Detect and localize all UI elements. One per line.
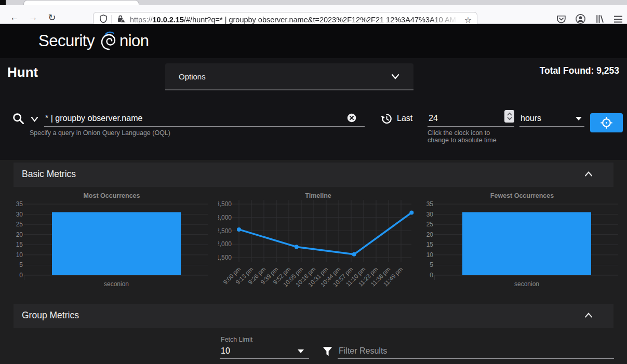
select-arrow-icon — [576, 117, 582, 120]
duration-spinner[interactable] — [504, 110, 514, 123]
search-icon — [12, 112, 25, 127]
urlbar-divider — [111, 15, 112, 24]
svg-text:2,000: 2,000 — [218, 240, 232, 248]
basic-metrics-header[interactable]: Basic Metrics — [14, 163, 613, 187]
duration-units-select[interactable]: hours — [519, 111, 584, 127]
svg-text:30: 30 — [426, 211, 434, 218]
filter-funnel-icon — [322, 345, 333, 359]
svg-text:15: 15 — [16, 241, 23, 248]
svg-text:20: 20 — [16, 231, 23, 238]
svg-text:Fewest Occurrences: Fewest Occurrences — [490, 192, 554, 199]
svg-text:seconion: seconion — [514, 280, 539, 288]
svg-text:10: 10 — [16, 251, 23, 259]
svg-text:Most Occurrences: Most Occurrences — [83, 192, 140, 199]
svg-text:3,500: 3,500 — [218, 200, 232, 208]
select-arrow-icon — [298, 349, 304, 353]
browser-tab[interactable] — [23, 0, 139, 5]
svg-text:3,000: 3,000 — [218, 214, 232, 221]
svg-text:25: 25 — [16, 221, 23, 228]
app-bar: Security nion — [0, 24, 627, 58]
crosshair-icon — [599, 116, 613, 130]
bookmark-star-icon[interactable]: ☆ — [464, 15, 472, 25]
last-label: Last — [397, 114, 412, 123]
svg-text:0: 0 — [19, 272, 23, 279]
svg-text:2,500: 2,500 — [218, 227, 232, 235]
most-occurrences-chart: Most Occurrences05101520253035seconion — [10, 190, 213, 291]
page-title: Hunt — [7, 64, 38, 80]
browser-tab-strip — [0, 0, 627, 5]
relative-time-history-icon[interactable] — [380, 112, 393, 127]
total-found-count: Total Found: 9,253 — [540, 65, 619, 76]
duration-value: 24 — [429, 114, 438, 123]
svg-text:5: 5 — [19, 261, 23, 268]
forward-icon: → — [27, 12, 39, 23]
brand-logo: Security nion — [38, 31, 149, 51]
filter-results-placeholder: Filter Results — [339, 346, 387, 356]
query-history-chevron-icon[interactable] — [30, 115, 39, 125]
time-hint: Click the clock icon to change to absolu… — [428, 130, 497, 144]
back-icon[interactable]: ← — [8, 12, 21, 23]
duration-input[interactable]: 24 — [428, 111, 514, 127]
hunt-header-zone: Hunt Options Total Found: 9,253 * | grou… — [0, 58, 627, 160]
screen: ← → ↻ https://10.0.2.15/#/hunt?q=* | gro… — [0, 0, 627, 364]
onion-logo-icon — [99, 30, 119, 52]
window-corner — [0, 0, 6, 5]
group-metrics-header[interactable]: Group Metrics — [14, 304, 613, 328]
timeline-chart: Timeline1,5002,0002,5003,0003,5009:00 pm… — [218, 190, 418, 301]
options-label: Options — [179, 72, 206, 81]
fetch-limit-value: 10 — [221, 346, 230, 356]
fetch-limit-select[interactable]: 10 — [220, 344, 309, 359]
browser-toolbar: ← → ↻ https://10.0.2.15/#/hunt?q=* | gro… — [0, 5, 627, 24]
svg-text:Timeline: Timeline — [305, 192, 331, 199]
collapse-chevron-up-icon[interactable] — [583, 170, 594, 180]
svg-text:1,500: 1,500 — [218, 254, 232, 261]
fetch-limit-label: Fetch Limit — [221, 336, 252, 343]
svg-text:30: 30 — [16, 211, 23, 218]
query-hint: Specify a query in Onion Query Language … — [30, 130, 170, 137]
svg-text:seconion: seconion — [104, 280, 129, 288]
svg-text:35: 35 — [426, 200, 434, 208]
fewest-occurrences-chart: Fewest Occurrences05101520253035seconion — [421, 190, 623, 291]
collapse-chevron-up-icon[interactable] — [583, 311, 594, 321]
svg-text:20: 20 — [426, 231, 434, 238]
svg-text:25: 25 — [426, 221, 434, 228]
clear-query-icon[interactable] — [347, 113, 356, 125]
url-text: https://10.0.2.15/#/hunt?q=* | groupby o… — [130, 16, 461, 24]
group-metrics-title: Group Metrics — [22, 310, 79, 321]
chevron-down-icon[interactable] — [390, 72, 401, 84]
svg-text:10: 10 — [426, 251, 434, 259]
basic-metrics-title: Basic Metrics — [22, 169, 76, 180]
svg-text:5: 5 — [430, 261, 433, 268]
query-value: * | groupby observer.name — [45, 114, 142, 123]
options-panel[interactable]: Options — [165, 63, 413, 90]
filter-results-input[interactable]: Filter Results — [338, 344, 614, 359]
query-input[interactable]: * | groupby observer.name — [44, 111, 365, 127]
brand-text-prefix: Security — [38, 32, 95, 50]
brand-text-suffix: nion — [119, 32, 149, 50]
reload-icon[interactable]: ↻ — [46, 12, 58, 23]
svg-text:15: 15 — [426, 241, 434, 248]
hunt-search-button[interactable] — [590, 113, 623, 132]
svg-text:0: 0 — [430, 272, 433, 279]
duration-units-value: hours — [521, 114, 541, 123]
svg-text:35: 35 — [16, 200, 23, 208]
